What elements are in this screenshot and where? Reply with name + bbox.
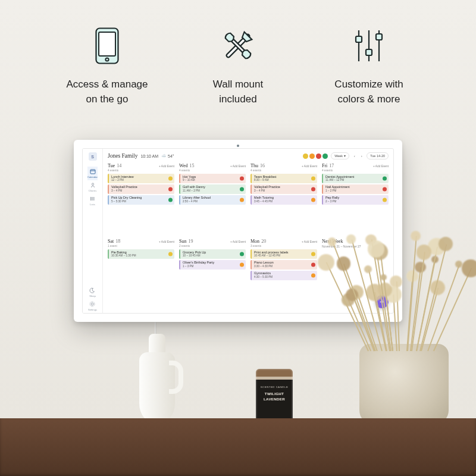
event-time: 3 – 4 PM [254, 189, 315, 192]
event-card[interactable]: Math Tutoring3:45 – 4:45 PM [250, 195, 317, 205]
event-card[interactable]: Hot Yoga9 – 10 AM [179, 174, 246, 183]
weather-icon: ☁️ [161, 154, 167, 158]
avatar[interactable] [316, 154, 321, 159]
event-card[interactable]: Volleyball Practice3 – 4 PM [108, 184, 174, 194]
event-time: 3 – 4 PM [111, 189, 172, 192]
event-count: 4 events [179, 169, 246, 172]
screen: S CalendarChoresLists SleepSettings Jone… [82, 148, 394, 314]
settings-icon [89, 301, 95, 307]
chevron-down-icon: ▾ [344, 154, 346, 158]
svg-point-18 [90, 198, 91, 199]
event-card[interactable]: Nail Appointment1 – 2 PM [322, 184, 389, 194]
day-num: 18 [115, 239, 120, 244]
event-avatar [168, 252, 173, 256]
sidebar-item-chores[interactable]: Chores [87, 180, 98, 194]
event-card[interactable]: Library After School2:50 – 4 PM [179, 195, 246, 205]
day-name: Sun [179, 239, 186, 244]
event-card[interactable]: Volleyball Practice3 – 4 PM [250, 184, 317, 194]
add-event-button[interactable]: + Add Event [159, 165, 174, 168]
next-week-title: Next Week [322, 239, 389, 244]
event-card[interactable]: Pick Up Dry Cleaning5 – 5:30 PM [108, 195, 174, 205]
event-avatar [168, 198, 173, 202]
event-avatar [240, 176, 244, 180]
event-card[interactable]: Golf with Danny11 AM – 2 PM [179, 184, 246, 194]
sidebar-label: Chores [89, 189, 97, 192]
add-event-button[interactable]: + Add Event [302, 240, 317, 243]
next-button[interactable]: › [359, 154, 364, 158]
day-num: 17 [329, 163, 334, 168]
prop-pitcher [131, 331, 182, 424]
event-card[interactable]: Pep Rally2 – 3 PM [322, 195, 389, 205]
feature-access: Access & manageon the go [51, 25, 164, 107]
app-logo[interactable]: S [89, 152, 97, 161]
prev-button[interactable]: ‹ [352, 154, 356, 158]
event-card[interactable]: Grocery Pick Up10 – 10:45 AM [179, 249, 246, 259]
event-count: 2 events [179, 245, 246, 248]
event-card[interactable]: Print and process labels10:45 AM – 12:45… [250, 249, 317, 259]
event-avatar [240, 252, 244, 256]
event-avatar [311, 273, 315, 277]
sidebar-label: Settings [88, 308, 97, 311]
svg-rect-1 [99, 32, 115, 56]
temp: 54° [168, 154, 174, 158]
sidebar-item-settings[interactable]: Settings [88, 299, 97, 313]
sliders-icon [352, 25, 386, 67]
day-name: Thu [250, 163, 258, 168]
add-event-button[interactable]: + Add Event [373, 165, 389, 168]
table-surface [0, 418, 476, 476]
main-panel: Jones Family 10:10 AM ☁️54° Week▾ ‹ › Tu… [103, 149, 393, 313]
svg-point-17 [90, 197, 91, 198]
sidebar: S CalendarChoresLists SleepSettings [83, 149, 103, 313]
candle-name: TWILIGHT LAVENDER [259, 392, 289, 401]
day-name: Wed [179, 163, 187, 168]
event-time: 10:30 AM – 1:30 PM [111, 254, 172, 257]
avatar[interactable] [303, 154, 308, 159]
day-num: 14 [117, 163, 121, 168]
date-range[interactable]: Tue 14-20 [367, 152, 389, 159]
calendar-icon [90, 168, 96, 174]
event-count: 4 events [108, 169, 174, 172]
svg-point-21 [90, 302, 95, 306]
day-name: Tue [108, 163, 115, 168]
sidebar-item-sleep[interactable]: Sleep [88, 286, 97, 299]
event-avatar [168, 176, 173, 180]
sidebar-item-calendar[interactable]: Calendar [87, 167, 98, 180]
event-time: 2:50 – 4 PM [183, 200, 243, 203]
event-card[interactable]: Dentist Appointment11 AM – 12 PM [322, 174, 389, 183]
add-event-button[interactable]: + Add Event [302, 165, 317, 168]
day-column: Thu 16+ Add Event4 eventsTeam Breakfast8… [248, 162, 320, 237]
add-fab[interactable]: + [375, 295, 389, 308]
event-count: 4 events [322, 169, 389, 172]
sidebar-label: Lists [90, 203, 95, 206]
svg-rect-11 [90, 170, 95, 174]
svg-point-20 [91, 303, 93, 305]
event-card[interactable]: Piano Lesson3:30 – 4:30 PM [250, 260, 317, 270]
event-time: 1 – 2 PM [325, 189, 386, 192]
event-card[interactable]: Gymnastics4:30 – 5:30 PM [250, 271, 317, 280]
member-avatars[interactable] [303, 154, 328, 159]
avatar[interactable] [309, 154, 315, 159]
day-name: Sat [108, 239, 114, 244]
add-event-button[interactable]: + Add Event [230, 165, 246, 168]
range-picker[interactable]: Week▾ [331, 152, 349, 159]
add-event-button[interactable]: + Add Event [159, 240, 174, 243]
day-column: Sat 18+ Add Event1 eventPie Baking10:30 … [105, 237, 177, 313]
avatar[interactable] [322, 154, 328, 159]
day-column: Fri 17+ Add Event4 eventsDentist Appoint… [320, 162, 391, 237]
event-card[interactable]: Pie Baking10:30 AM – 1:30 PM [108, 249, 174, 259]
event-time: 3:45 – 4:45 PM [254, 200, 315, 203]
device-frame: S CalendarChoresLists SleepSettings Jone… [74, 140, 402, 322]
event-avatar [383, 198, 387, 202]
event-avatar [311, 176, 315, 180]
sidebar-item-lists[interactable]: Lists [87, 194, 98, 208]
day-name: Fri [322, 163, 327, 168]
event-time: 2 – 3 PM [325, 200, 386, 203]
event-time: 1 – 3 PM [183, 265, 243, 268]
event-card[interactable]: Oliver's Birthday Party1 – 3 PM [179, 260, 246, 270]
event-card[interactable]: Team Breakfast8:30 – 9 AM [250, 174, 317, 183]
day-num: 15 [189, 163, 194, 168]
tools-icon [219, 25, 257, 67]
event-card[interactable]: Lunch Interview12 – 2 PM [108, 174, 174, 183]
event-avatar [311, 262, 315, 267]
add-event-button[interactable]: + Add Event [230, 240, 246, 243]
